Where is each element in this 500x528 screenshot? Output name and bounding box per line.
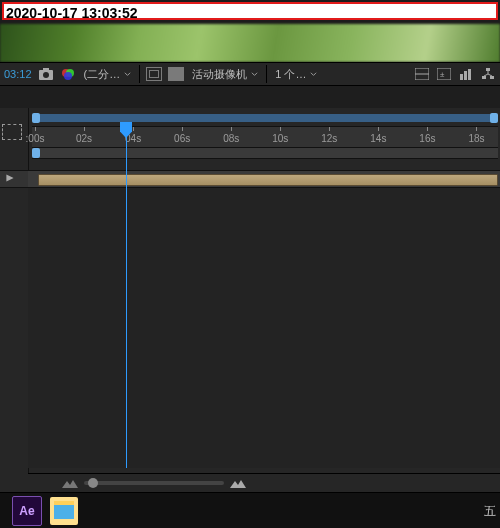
taskbar-file-explorer-icon[interactable]	[50, 497, 78, 525]
zoom-out-icon[interactable]	[62, 478, 78, 488]
snapshot-icon[interactable]	[38, 66, 54, 82]
windows-taskbar: Ae 五	[0, 492, 500, 528]
transparency-grid-icon[interactable]	[146, 67, 162, 81]
panel-gap	[0, 86, 500, 108]
mask-toggle-icon[interactable]	[168, 67, 184, 81]
zoom-slider[interactable]	[84, 481, 224, 485]
zoom-in-icon[interactable]	[230, 478, 246, 488]
views-label: 1 个…	[275, 67, 306, 82]
svg-rect-13	[486, 68, 490, 71]
resolution-label: (二分…	[84, 67, 121, 82]
region-of-interest-icon[interactable]	[2, 124, 22, 140]
separator	[266, 65, 267, 83]
svg-rect-12	[468, 69, 471, 80]
chart-icon[interactable]	[458, 66, 474, 82]
ruler-tick: 14s	[363, 127, 393, 147]
camera-label: 活动摄像机	[192, 67, 247, 82]
svg-rect-14	[482, 76, 486, 79]
chevron-down-icon	[310, 71, 317, 78]
ruler-tick-label: 16s	[419, 133, 435, 144]
svg-rect-15	[490, 76, 494, 79]
resolution-dropdown[interactable]: (二分…	[82, 67, 134, 82]
svg-point-2	[43, 72, 49, 78]
layer-duration-bar[interactable]	[38, 174, 498, 186]
channels-icon[interactable]	[60, 66, 76, 82]
work-area-end-handle[interactable]	[490, 113, 498, 123]
svg-rect-10	[460, 74, 463, 80]
timeline-body: :00s02s04s06s08s10s12s14s16s18s	[28, 108, 500, 492]
work-area-bar[interactable]	[32, 114, 498, 122]
svg-text:±: ±	[440, 70, 445, 79]
work-area-start-handle[interactable]	[32, 113, 40, 123]
ruler-tick-label: 08s	[223, 133, 239, 144]
taskbar-after-effects-icon[interactable]: Ae	[12, 496, 42, 526]
grid-icon[interactable]	[414, 66, 430, 82]
timeline-panel: :00s02s04s06s08s10s12s14s16s18s	[0, 108, 500, 492]
ruler-tick-label: 14s	[370, 133, 386, 144]
ruler-tick: :00s	[20, 127, 50, 147]
ruler-tick-label: 02s	[76, 133, 92, 144]
ruler-tick: 08s	[216, 127, 246, 147]
views-dropdown[interactable]: 1 个…	[273, 67, 319, 82]
svg-line-17	[484, 74, 488, 76]
time-navigator-handle[interactable]	[32, 148, 40, 158]
ruler-tick: 02s	[69, 127, 99, 147]
svg-rect-11	[464, 71, 467, 80]
ruler-tick: 16s	[412, 127, 442, 147]
timeline-zoom-bar	[28, 473, 500, 492]
chevron-down-icon	[251, 71, 258, 78]
exposure-icon[interactable]: ±	[436, 66, 452, 82]
flowchart-icon[interactable]	[480, 66, 496, 82]
zoom-slider-knob[interactable]	[88, 478, 98, 488]
svg-point-5	[64, 72, 72, 80]
ruler-tick: 06s	[167, 127, 197, 147]
tracks-area[interactable]	[28, 188, 500, 468]
separator	[139, 65, 140, 83]
ruler-tick-label: 06s	[174, 133, 190, 144]
ruler-tick-label: 18s	[468, 133, 484, 144]
chevron-down-icon	[124, 71, 131, 78]
ruler-tick-label: :00s	[26, 133, 45, 144]
ruler-tick-label: 12s	[321, 133, 337, 144]
svg-rect-1	[43, 68, 49, 71]
ruler-tick: 10s	[265, 127, 295, 147]
timestamp-overlay: 2020-10-17 13:03:52	[2, 2, 498, 20]
svg-line-18	[488, 74, 492, 76]
camera-dropdown[interactable]: 活动摄像机	[190, 67, 260, 82]
ruler-tick: 12s	[314, 127, 344, 147]
composition-preview	[0, 24, 500, 62]
viewer-toolbar: 03:12 (二分… 活动摄像机 1 个… ±	[0, 62, 500, 86]
ruler-tick: 18s	[461, 127, 491, 147]
time-ruler[interactable]: :00s02s04s06s08s10s12s14s16s18s	[32, 126, 498, 148]
taskbar-ime-indicator[interactable]: 五	[484, 503, 496, 520]
time-navigator-bar[interactable]	[32, 148, 498, 159]
ruler-tick-label: 10s	[272, 133, 288, 144]
timeline-left-gutter	[0, 108, 29, 492]
current-timecode[interactable]: 03:12	[4, 68, 32, 80]
twirl-icon[interactable]	[4, 172, 16, 184]
